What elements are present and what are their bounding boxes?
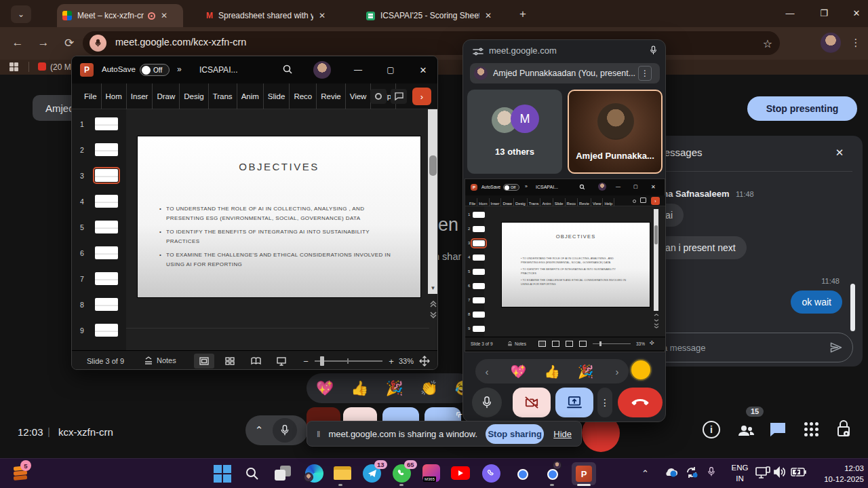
start-button-icon[interactable] <box>214 465 231 483</box>
slide-thumbnail-9[interactable] <box>95 324 118 337</box>
zoom-level[interactable]: 33% <box>399 357 414 365</box>
viber-icon[interactable] <box>482 464 500 483</box>
back-icon[interactable]: ← <box>7 32 28 54</box>
slide-thumbnail-8[interactable] <box>473 312 485 318</box>
pip-mic-button[interactable] <box>472 388 502 417</box>
ribbon-tab-view[interactable]: View <box>346 83 372 109</box>
zoom-in-icon[interactable]: + <box>387 355 396 367</box>
tab-search-button[interactable]: ⌄ <box>11 5 31 23</box>
hide-link[interactable]: Hide <box>553 429 572 439</box>
ribbon-tab-revie[interactable]: Revie <box>317 83 345 109</box>
pip-tune-icon[interactable] <box>473 47 484 56</box>
others-tile[interactable]: M 13 others <box>467 90 562 174</box>
slide-thumbnail-4[interactable] <box>95 195 118 208</box>
slide-thumbnail-4[interactable] <box>473 255 485 261</box>
share-chevron-button[interactable]: › <box>412 88 431 105</box>
bookmark-label[interactable]: (20 M <box>50 62 71 72</box>
bookmark-favicon[interactable] <box>38 62 46 71</box>
display-cast-icon[interactable] <box>755 466 770 479</box>
tab-close-icon[interactable]: ✕ <box>319 11 326 20</box>
ribbon-tab-hom[interactable]: Hom <box>102 83 127 109</box>
task-view-icon[interactable] <box>275 466 292 482</box>
pip-kebab-icon[interactable]: ⋮ <box>638 66 652 81</box>
ribbon-tab-trans[interactable]: Trans <box>209 83 237 109</box>
ppt-scrollbar-track[interactable]: ▼ <box>428 109 438 294</box>
comments-icon[interactable] <box>391 89 407 104</box>
slide-thumbnail-2[interactable] <box>95 143 118 156</box>
chevron-up-icon[interactable]: ⌃ <box>245 424 273 436</box>
ribbon-tab-file[interactable]: File <box>80 83 102 109</box>
ppt-maximize-button[interactable]: ▢ <box>378 59 403 81</box>
normal-view-icon[interactable] <box>194 354 214 369</box>
forward-icon[interactable]: → <box>33 32 54 54</box>
ribbon-tab-desig[interactable]: Desig <box>180 83 208 109</box>
powerpoint-taskbar-icon[interactable]: P <box>576 466 592 482</box>
browser-profile-avatar[interactable] <box>821 33 841 53</box>
onedrive-icon[interactable] <box>663 466 678 477</box>
reload-icon[interactable]: ⟳ <box>58 32 80 54</box>
pip-camera-off-button[interactable] <box>513 388 551 417</box>
reactions-prev-icon[interactable]: ‹ <box>475 366 498 377</box>
slide-sorter-icon[interactable] <box>220 354 240 369</box>
apps-grid-icon[interactable] <box>9 62 18 71</box>
reaction-emoji[interactable]: 💖 <box>510 364 526 379</box>
reaction-emoji[interactable]: 🎉 <box>578 364 594 379</box>
host-controls-lock-icon[interactable] <box>835 419 852 438</box>
youtube-icon[interactable] <box>451 466 470 480</box>
reaction-emoji[interactable]: 💖 <box>316 380 334 396</box>
titlebar-overflow-icon[interactable]: » <box>177 64 182 74</box>
taskbar-search-icon[interactable] <box>245 466 260 481</box>
stop-sharing-button[interactable]: Stop sharing <box>486 424 544 444</box>
reactions-next-icon[interactable]: › <box>606 366 629 377</box>
pip-present-button[interactable] <box>555 388 593 417</box>
chat-input[interactable] <box>639 343 829 353</box>
window-minimize-button[interactable]: — <box>777 3 803 23</box>
slide-thumbnail-5[interactable] <box>95 221 118 233</box>
chat-close-icon[interactable]: ✕ <box>831 144 848 162</box>
reaction-emoji[interactable]: 👍 <box>351 380 368 396</box>
ribbon-tab-inser[interactable]: Inser <box>127 83 153 109</box>
tab-close-icon[interactable]: ✕ <box>485 11 492 20</box>
address-bar[interactable]: meet.google.com/kcx-xzfn-crn ☆ <box>83 31 780 55</box>
chat-scrollbar[interactable] <box>850 284 855 331</box>
speaker-icon[interactable] <box>773 466 787 478</box>
tray-mic-icon[interactable] <box>707 466 716 478</box>
new-tab-button[interactable]: + <box>514 5 532 23</box>
record-icon[interactable] <box>370 89 387 104</box>
pip-mic-icon[interactable] <box>649 45 658 56</box>
ribbon-tab-draw[interactable]: Draw <box>153 83 180 109</box>
pip-leave-call-button[interactable] <box>618 388 663 417</box>
tab-spreadsheet[interactable]: M Spreadsheet shared with you: 'I ✕ <box>201 4 339 27</box>
mic-icon[interactable] <box>273 418 297 443</box>
reaction-emoji[interactable]: 👏 <box>420 380 438 396</box>
search-icon[interactable] <box>282 64 293 75</box>
next-slide-icon[interactable] <box>429 312 437 318</box>
ribbon-tab-reco[interactable]: Reco <box>290 83 317 109</box>
fit-to-window-icon[interactable] <box>419 356 430 367</box>
info-icon[interactable]: i <box>703 421 720 438</box>
tray-chevron-icon[interactable]: ⌃ <box>642 468 649 478</box>
drag-handle-icon[interactable]: ‖ <box>317 429 321 439</box>
sync-icon[interactable] <box>685 466 698 478</box>
zoom-out-icon[interactable]: − <box>301 355 311 367</box>
ribbon-tab-anim[interactable]: Anim <box>237 83 264 109</box>
window-restore-button[interactable]: ❐ <box>811 3 837 23</box>
tab-close-icon[interactable]: ✕ <box>161 11 167 20</box>
stop-presenting-button[interactable]: Stop presenting <box>747 96 857 121</box>
slide-thumbnail-3[interactable] <box>95 169 118 182</box>
edge-icon[interactable] <box>305 464 323 483</box>
slide-thumbnail-2[interactable] <box>473 226 485 232</box>
notes-splitter[interactable] <box>126 328 429 329</box>
slide-thumbnail-1[interactable] <box>473 212 485 218</box>
ppt-minimize-button[interactable]: — <box>346 59 370 81</box>
activities-grid-icon[interactable] <box>804 422 819 437</box>
previous-slide-icon[interactable] <box>429 301 437 307</box>
file-explorer-icon[interactable] <box>334 465 352 482</box>
bookmark-star-icon[interactable]: ☆ <box>760 35 776 52</box>
slide-thumbnail-9[interactable] <box>473 326 485 332</box>
browser-menu-kebab-icon[interactable]: ⋮ <box>848 34 864 52</box>
reading-view-icon[interactable] <box>245 354 266 369</box>
slide-thumbnail-8[interactable] <box>95 298 118 311</box>
slideshow-icon[interactable] <box>271 354 292 369</box>
people-icon[interactable] <box>736 422 755 438</box>
